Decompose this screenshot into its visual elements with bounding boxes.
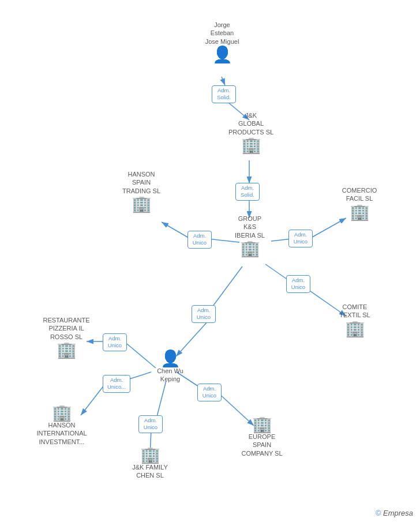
svg-line-20 — [157, 381, 166, 416]
badge-adm-solid-mid: Adm.Solid. — [235, 183, 260, 201]
badge-adm-unico-chen: Adm.Unico — [192, 305, 216, 323]
jk-global-label: J&KGLOBALPRODUCTS SL — [228, 111, 273, 136]
badge-adm-unico-europe: Adm.Unico — [197, 384, 222, 401]
comite-textil-label: COMITETEXTIL SL — [339, 303, 370, 320]
node-europe-spain: 🏢 EUROPESPAINCOMPANY SL — [233, 416, 291, 459]
group-ks-icon: 🏢 — [240, 241, 260, 257]
badge-adm-unico-restaurante: Adm.Unico — [103, 333, 127, 351]
restaurante-label: RESTAURANTEPIZZERIA ILROSSO SL — [43, 316, 89, 341]
comercio-facil-icon: 🏢 — [350, 204, 370, 220]
badge-adm-unico-hanson: Adm.Unico — [187, 231, 212, 249]
node-hanson-intl: 🏢 HANSONINTERNATIONALINVESTMENT... — [30, 405, 93, 447]
europe-spain-label: EUROPESPAINCOMPANY SL — [241, 433, 282, 457]
hanson-intl-label: HANSONINTERNATIONALINVESTMENT... — [36, 421, 87, 446]
svg-line-2 — [222, 77, 225, 85]
jk-global-icon: 🏢 — [241, 137, 261, 153]
watermark-copyright: © — [376, 509, 381, 517]
jk-family-chen-icon: 🏢 — [140, 447, 160, 463]
svg-line-7 — [162, 222, 190, 239]
badge-adm-unico-hansonintl: Adm.Unico... — [103, 375, 130, 393]
hanson-intl-icon: 🏢 — [52, 405, 72, 421]
chen-wu-label: Chen WuKeping — [157, 367, 183, 384]
comite-textil-icon: 🏢 — [345, 321, 365, 337]
europe-spain-icon: 🏢 — [252, 416, 272, 433]
node-restaurante: RESTAURANTEPIZZERIA ILROSSO SL 🏢 — [35, 316, 98, 358]
node-jk-family-chen: 🏢 J&K FAMILYCHEN SL — [124, 447, 176, 481]
node-group-ks: GROUPK&SIBERIA SL 🏢 — [224, 215, 276, 257]
svg-line-9 — [309, 218, 346, 239]
node-comite-textil: COMITETEXTIL SL 🏢 — [329, 303, 381, 337]
badge-adm-unico-comercio: Adm.Unico — [288, 230, 313, 247]
node-hanson-spain: HANSONSPAINTRADING SL 🏢 — [115, 170, 167, 212]
group-ks-label: GROUPK&SIBERIA SL — [235, 215, 265, 239]
jorge-person-icon: 👤 — [212, 47, 232, 63]
badge-adm-unico-comite: Adm.Unico — [286, 275, 310, 293]
node-jorge: JorgeEstebanJose Miguel 👤 — [196, 21, 248, 63]
watermark: © Empresa — [376, 509, 413, 517]
watermark-brand: Empresa — [383, 509, 413, 517]
restaurante-icon: 🏢 — [57, 342, 77, 358]
chen-wu-icon: 👤 — [160, 351, 181, 367]
jk-family-chen-label: J&K FAMILYCHEN SL — [132, 463, 168, 480]
badge-adm-unico-jkfamily: Adm.Unico — [138, 415, 163, 433]
node-jk-global: J&KGLOBALPRODUCTS SL 🏢 — [225, 111, 277, 153]
node-chen-wu: 👤 Chen WuKeping — [144, 351, 196, 385]
badge-adm-solid-top: Adm.Solid. — [212, 85, 236, 103]
comercio-facil-label: COMERCIOFACIL SL — [342, 186, 377, 203]
hanson-spain-icon: 🏢 — [132, 196, 152, 212]
jorge-label: JorgeEstebanJose Miguel — [205, 21, 239, 46]
node-comercio-facil: COMERCIOFACIL SL 🏢 — [333, 186, 385, 220]
hanson-spain-label: HANSONSPAINTRADING SL — [122, 170, 160, 195]
